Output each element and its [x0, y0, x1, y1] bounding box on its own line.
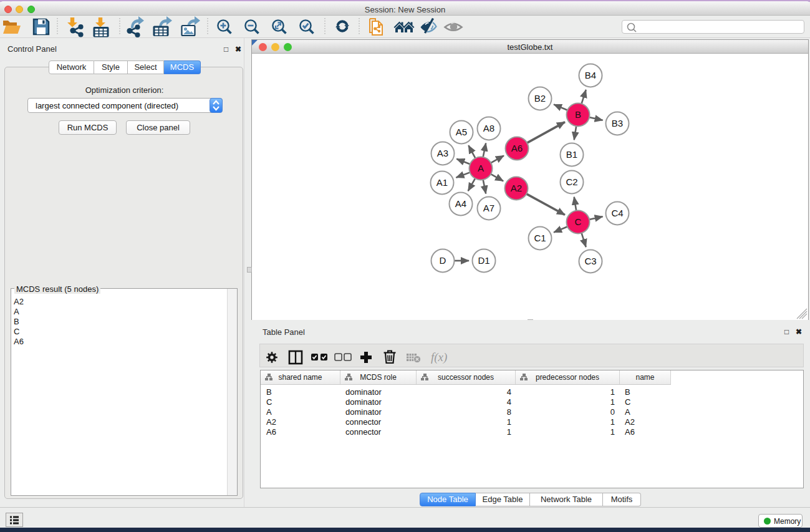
svg-text:A6: A6: [511, 143, 523, 153]
svg-text:A3: A3: [437, 148, 448, 158]
svg-text:A8: A8: [483, 123, 494, 133]
svg-text:A7: A7: [483, 203, 494, 213]
svg-text:B4: B4: [585, 70, 596, 80]
svg-text:B: B: [575, 109, 581, 120]
svg-text:D1: D1: [478, 255, 489, 266]
svg-text:C3: C3: [584, 256, 596, 266]
svg-text:A2: A2: [511, 183, 522, 193]
svg-text:B2: B2: [534, 93, 546, 104]
svg-text:B1: B1: [566, 149, 577, 160]
svg-text:B3: B3: [612, 118, 623, 128]
svg-text:A4: A4: [455, 198, 466, 209]
svg-text:D: D: [440, 255, 446, 266]
svg-text:C1: C1: [534, 233, 546, 243]
svg-text:f(x): f(x): [431, 351, 447, 364]
svg-text:A: A: [478, 163, 484, 173]
svg-text:C: C: [575, 216, 582, 227]
svg-text:C2: C2: [566, 177, 577, 187]
svg-text:C4: C4: [611, 208, 623, 218]
svg-text:A1: A1: [436, 177, 448, 188]
svg-text:A5: A5: [456, 127, 467, 137]
